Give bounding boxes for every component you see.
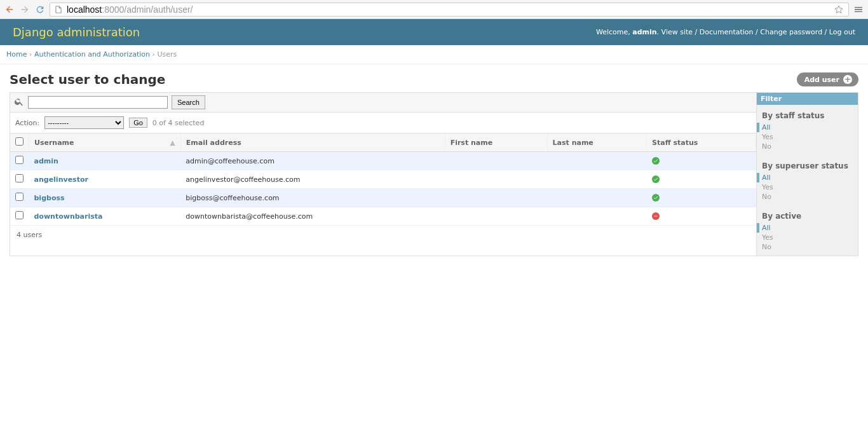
search-toolbar: Search: [10, 93, 756, 113]
check-icon: [652, 157, 660, 165]
filter-link[interactable]: All: [762, 174, 771, 182]
cell-first_name: [445, 152, 547, 170]
filter-list: AllYesNo: [757, 123, 858, 155]
cell-last_name: [547, 207, 647, 226]
select-all-checkbox[interactable]: [15, 137, 24, 146]
filter-item: No: [762, 242, 853, 252]
col-first-name[interactable]: First name: [445, 133, 547, 152]
col-staff[interactable]: Staff status: [647, 133, 756, 152]
filter-link[interactable]: No: [762, 142, 771, 151]
go-button[interactable]: Go: [129, 118, 147, 128]
action-label: Action:: [15, 119, 39, 127]
browser-chrome: localhost:8000/admin/auth/user/: [0, 0, 868, 19]
admin-header: Django administration Welcome, admin. Vi…: [0, 19, 868, 45]
actions-bar: Action: --------- Go 0 of 4 selected: [10, 113, 756, 133]
filter-heading: By active: [757, 205, 858, 223]
breadcrumb: Home › Authentication and Authorization …: [0, 45, 868, 64]
col-username[interactable]: Username▲: [29, 133, 181, 152]
cell-last_name: [547, 170, 647, 189]
filter-item: Yes: [762, 182, 853, 192]
filter-heading: By staff status: [757, 105, 858, 123]
row-checkbox[interactable]: [15, 174, 24, 182]
filter-list: AllYesNo: [757, 173, 858, 205]
cell-last_name: [547, 152, 647, 170]
reload-button[interactable]: [34, 4, 46, 15]
view-site-link[interactable]: View site: [661, 28, 693, 36]
check-icon: [652, 175, 660, 183]
filter-item: Yes: [762, 233, 853, 242]
page-title: Select user to change: [10, 72, 165, 87]
bookmark-star-icon[interactable]: [833, 4, 844, 15]
filter-heading: By superuser status: [757, 155, 858, 173]
filter-link[interactable]: Yes: [762, 183, 773, 191]
breadcrumb-home[interactable]: Home: [6, 50, 27, 58]
paginator: 4 users: [10, 226, 756, 244]
sort-asc-icon: ▲: [170, 139, 175, 147]
cell-first_name: [445, 207, 547, 226]
welcome-text: Welcome,: [596, 28, 632, 36]
row-checkbox[interactable]: [15, 156, 24, 164]
page-icon: [54, 5, 63, 14]
filter-item: No: [762, 142, 853, 151]
current-user: admin: [632, 28, 656, 36]
breadcrumb-auth[interactable]: Authentication and Authorization: [34, 50, 150, 58]
selection-count: 0 of 4 selected: [153, 119, 205, 127]
filter-item: Yes: [762, 132, 853, 142]
cell-last_name: [547, 189, 647, 207]
select-all-header: [10, 133, 29, 152]
filter-item: All: [757, 223, 853, 233]
filter-link[interactable]: Yes: [762, 133, 773, 141]
username-link[interactable]: bigboss: [34, 194, 65, 202]
cell-first_name: [445, 189, 547, 207]
table-row: downtownbaristadowntownbarista@coffeehou…: [10, 207, 756, 226]
cell-staff: [647, 189, 756, 207]
filter-title: Filter: [757, 93, 858, 105]
username-link[interactable]: admin: [34, 157, 58, 165]
url-text: localhost:8000/admin/auth/user/: [67, 4, 829, 15]
forward-button[interactable]: [19, 4, 31, 15]
table-row: angelinvestorangelinvestor@coffeehouse.c…: [10, 170, 756, 189]
cell-email: angelinvestor@coffeehouse.com: [180, 170, 445, 189]
filter-item: All: [757, 173, 853, 182]
table-row: adminadmin@coffeehouse.com: [10, 152, 756, 170]
cell-email: downtownbarista@coffeehouse.com: [180, 207, 445, 226]
table-row: bigbossbigboss@coffeehouse.com: [10, 189, 756, 207]
check-icon: [652, 194, 660, 202]
cell-email: bigboss@coffeehouse.com: [180, 189, 445, 207]
change-password-link[interactable]: Change password: [760, 28, 822, 36]
url-bar[interactable]: localhost:8000/admin/auth/user/: [50, 3, 849, 17]
filter-link[interactable]: No: [762, 243, 771, 251]
logout-link[interactable]: Log out: [829, 28, 855, 36]
cell-first_name: [445, 170, 547, 189]
filter-link[interactable]: All: [762, 224, 771, 232]
branding: Django administration: [13, 25, 140, 39]
add-user-button[interactable]: Add user +: [797, 72, 858, 86]
search-input[interactable]: [28, 96, 168, 109]
col-last-name[interactable]: Last name: [547, 133, 647, 152]
filter-sidebar: Filter By staff statusAllYesNoBy superus…: [757, 92, 858, 256]
results-table: Username▲ Email address First name Last …: [10, 133, 756, 226]
filter-item: No: [762, 192, 853, 202]
search-icon: [14, 97, 24, 109]
row-checkbox[interactable]: [15, 211, 24, 219]
filter-link[interactable]: Yes: [762, 233, 773, 242]
filter-item: All: [757, 123, 853, 132]
filter-link[interactable]: No: [762, 193, 771, 201]
documentation-link[interactable]: Documentation: [700, 28, 754, 36]
action-select[interactable]: ---------: [44, 116, 124, 129]
user-tools: Welcome, admin. View site / Documentatio…: [596, 28, 855, 36]
breadcrumb-current: Users: [157, 50, 177, 58]
filter-link[interactable]: All: [762, 123, 771, 132]
cell-staff: [647, 207, 756, 226]
cell-staff: [647, 152, 756, 170]
back-button[interactable]: [4, 4, 15, 15]
username-link[interactable]: downtownbarista: [34, 212, 103, 221]
changelist: Search Action: --------- Go 0 of 4 selec…: [10, 92, 757, 256]
row-checkbox[interactable]: [15, 193, 24, 201]
plus-icon: +: [843, 75, 852, 84]
filter-list: AllYesNo: [757, 223, 858, 256]
menu-icon[interactable]: [853, 4, 864, 15]
col-email[interactable]: Email address: [180, 133, 445, 152]
username-link[interactable]: angelinvestor: [34, 175, 88, 184]
search-button[interactable]: Search: [172, 95, 205, 109]
